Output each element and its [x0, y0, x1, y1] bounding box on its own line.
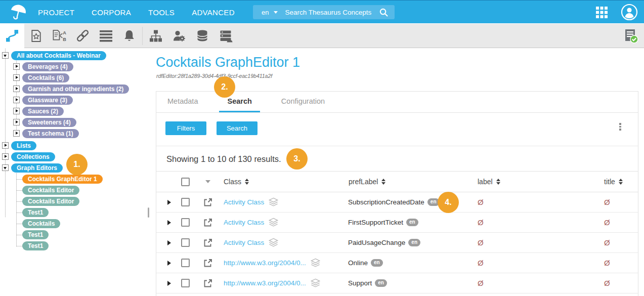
tool-server-sync[interactable] [214, 24, 237, 48]
more-options-icon[interactable] [617, 122, 624, 135]
row-checkbox[interactable] [181, 279, 190, 287]
tool-database[interactable] [191, 24, 214, 48]
class-link[interactable]: Activity Class [224, 239, 264, 246]
search-language-selector[interactable]: en [262, 9, 269, 16]
tree-connector-stub [17, 201, 22, 202]
apps-grid-icon[interactable] [596, 7, 608, 18]
report-check-icon[interactable] [623, 28, 638, 44]
tool-list[interactable] [94, 24, 117, 48]
results-summary-row: Showing 1 to 10 of 130 results. [156, 146, 638, 172]
tree-item: Test1 [0, 241, 152, 250]
row-checkbox[interactable] [181, 198, 190, 206]
tree-node-label[interactable]: Cocktails Editor [22, 197, 79, 206]
column-header-title[interactable]: title [600, 178, 638, 186]
select-all-checkbox[interactable] [181, 178, 190, 186]
sort-icon[interactable] [619, 179, 623, 185]
nav-menu-item[interactable]: PROJECT [38, 8, 74, 17]
tree-node-label[interactable]: Collections [11, 152, 55, 161]
title-empty-value: Ø [600, 279, 638, 287]
tree-node-label[interactable]: Cocktails (6) [22, 73, 69, 82]
row-checkbox[interactable] [181, 238, 190, 247]
tree-toggle-icon[interactable] [13, 86, 20, 92]
open-resource-icon[interactable] [203, 238, 213, 248]
search-placeholder[interactable]: Search Thesaurus Concepts [285, 9, 371, 16]
nav-menu-item[interactable]: TOOLS [148, 8, 175, 17]
row-checkbox[interactable] [181, 259, 190, 267]
row-checkbox[interactable] [181, 218, 190, 227]
open-resource-icon[interactable] [203, 197, 213, 207]
class-link[interactable]: http://www.w3.org/2004/0... [224, 259, 306, 267]
tool-notifications[interactable] [117, 24, 141, 48]
sidebar-scrollbar[interactable] [148, 207, 149, 218]
tree-node-label[interactable]: Garnish and other ingredients (2) [22, 84, 129, 94]
row-expander-icon[interactable] [167, 281, 171, 286]
bell-icon [123, 29, 136, 43]
filters-button[interactable]: Filters [165, 121, 206, 135]
tree-item: Cocktails (6) [0, 73, 152, 82]
tree-toggle-icon[interactable] [13, 119, 20, 125]
tree-node-label[interactable]: Glassware (3) [22, 96, 73, 105]
open-resource-icon[interactable] [203, 278, 213, 288]
tree-item: Glassware (3) [0, 96, 152, 105]
tool-link[interactable] [71, 24, 94, 48]
column-header-class[interactable]: Class [220, 178, 345, 186]
tool-user-admin[interactable] [167, 24, 191, 48]
nav-menu-item[interactable]: CORPORA [92, 8, 131, 17]
poolparty-logo-icon[interactable] [9, 3, 27, 22]
sort-icon[interactable] [245, 179, 249, 185]
tree-node-label[interactable]: Test1 [22, 230, 49, 239]
search-button[interactable]: Search [217, 121, 257, 135]
row-expander-icon[interactable] [167, 200, 171, 205]
tree-node-label[interactable]: Beverages (4) [22, 62, 73, 71]
column-header-preflabel[interactable]: prefLabel [345, 178, 474, 186]
tree-node-label[interactable]: Cocktails [22, 219, 60, 228]
tree-toggle-icon[interactable] [13, 74, 20, 81]
column-header-label[interactable]: label [474, 178, 600, 186]
tree-toggle-icon[interactable] [2, 153, 9, 160]
sort-icon[interactable] [496, 179, 500, 185]
open-resource-icon[interactable] [203, 218, 213, 228]
nav-menu-item[interactable]: ADVANCED [192, 8, 235, 17]
header-dropdown-icon[interactable] [205, 180, 210, 183]
row-expander-icon[interactable] [167, 220, 171, 225]
tree-toggle-icon[interactable] [2, 52, 9, 59]
tree-node-label[interactable]: Graph Editors [11, 163, 63, 173]
tree-toggle-icon[interactable] [13, 97, 20, 103]
tree-node-label[interactable]: Sauces (2) [22, 107, 64, 116]
tree-node-label[interactable]: Lists [11, 141, 36, 150]
tree-node-label[interactable]: Test1 [22, 208, 49, 217]
title-empty-value: Ø [600, 238, 638, 247]
tree-node-label[interactable]: Test1 [22, 241, 49, 250]
row-expander-icon[interactable] [167, 261, 171, 266]
tree-node-label-selected[interactable]: Cocktails GraphEditor 1 [22, 175, 103, 184]
tree-item: All about Cocktails - Webinar [0, 51, 152, 60]
tree-node-label[interactable]: Cocktails Editor [22, 186, 79, 195]
tab-metadata[interactable]: Metadata [159, 92, 206, 112]
thesaurus-search-box[interactable]: en Search Thesaurus Concepts [253, 5, 395, 19]
tool-hierarchy[interactable] [144, 24, 167, 48]
chevron-down-icon[interactable] [274, 11, 278, 14]
open-resource-icon[interactable] [203, 258, 213, 268]
tool-graph-editor[interactable] [0, 24, 24, 48]
tree-toggle-icon[interactable] [13, 130, 20, 137]
row-expander-icon[interactable] [167, 240, 171, 245]
tree-toggle-icon[interactable] [2, 142, 9, 149]
class-link[interactable]: Activity Class [224, 198, 264, 206]
tree-node-label[interactable]: Sweeteners (4) [22, 118, 76, 127]
class-link[interactable]: http://www.w3.org/2004/0... [224, 279, 306, 287]
tool-document-classify[interactable]: A B [48, 24, 71, 48]
search-icon[interactable] [379, 8, 389, 17]
tab-configuration[interactable]: Configuration [273, 92, 333, 112]
tool-document-star[interactable] [24, 24, 48, 48]
user-avatar-icon[interactable] [621, 4, 638, 21]
tree-node-label[interactable]: Test schema (1) [22, 129, 79, 138]
class-link[interactable]: Activity Class [224, 219, 264, 226]
tree-toggle-icon[interactable] [13, 108, 20, 114]
module-toolbar: A B [0, 24, 644, 48]
tree-toggle-icon[interactable] [2, 164, 9, 171]
annotation-badge-2: 2. [214, 76, 235, 98]
sort-icon[interactable] [381, 179, 385, 185]
tree-toggle-icon[interactable] [13, 63, 20, 70]
app-window: PROJECTCORPORATOOLSADVANCED en Search Th… [0, 0, 644, 296]
tree-node-label[interactable]: All about Cocktails - Webinar [11, 51, 106, 60]
